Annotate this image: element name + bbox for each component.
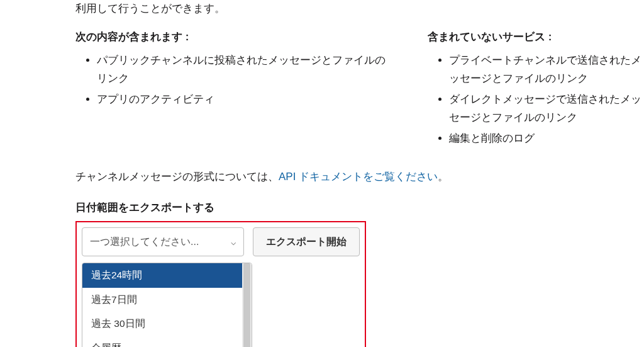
intro-text: 利用して行うことができます。	[75, 0, 644, 17]
list-item: ダイレクトメッセージで送信されたメッセージとファイルのリンク	[449, 91, 644, 127]
scrollbar-thumb[interactable]	[243, 263, 250, 347]
date-range-select[interactable]: 一つ選択してください... ⌵	[82, 227, 244, 256]
start-export-button[interactable]: エクスポート開始	[253, 227, 360, 256]
list-item: 編集と削除のログ	[449, 130, 644, 148]
excluded-title: 含まれていないサービス :	[428, 28, 644, 45]
dropdown-item-24h[interactable]: 過去24時間	[82, 263, 242, 288]
dropdown-item-30d[interactable]: 過去 30日間	[82, 312, 242, 336]
dropdown-item-all[interactable]: 全履歴	[82, 336, 242, 347]
api-text-pre: チャンネルメッセージの形式については、	[75, 171, 279, 183]
excluded-list: プライベートチャンネルで送信されたメッセージとファイルのリンク ダイレクトメッセ…	[428, 52, 644, 147]
list-item: プライベートチャンネルで送信されたメッセージとファイルのリンク	[449, 52, 644, 88]
info-columns: 次の内容が含まれます : パブリックチャンネルに投稿されたメッセージとファイルの…	[75, 28, 644, 151]
dropdown-item-7d[interactable]: 過去7日間	[82, 288, 242, 312]
list-item: アプリのアクティビティ	[97, 91, 390, 109]
dropdown-scrollbar[interactable]: ▼	[242, 263, 252, 347]
api-info-line: チャンネルメッセージの形式については、API ドキュメントをご覧ください。	[75, 168, 644, 185]
select-placeholder-text: 一つ選択してください...	[90, 234, 199, 250]
date-range-dropdown: 過去24時間 過去7日間 過去 30日間 全履歴 特定の日付範囲... ▼	[82, 263, 252, 347]
api-text-post: 。	[438, 171, 448, 183]
export-controls-highlight: 一つ選択してください... ⌵ エクスポート開始 過去24時間 過去7日間 過去…	[75, 221, 366, 347]
api-doc-link[interactable]: API ドキュメントをご覧ください	[279, 171, 438, 183]
included-list: パブリックチャンネルに投稿されたメッセージとファイルのリンク アプリのアクティビ…	[75, 52, 390, 109]
export-date-range-label: 日付範囲をエクスポートする	[75, 199, 644, 216]
chevron-down-icon: ⌵	[231, 235, 236, 249]
list-item: パブリックチャンネルに投稿されたメッセージとファイルのリンク	[97, 52, 390, 88]
included-title: 次の内容が含まれます :	[75, 28, 390, 45]
